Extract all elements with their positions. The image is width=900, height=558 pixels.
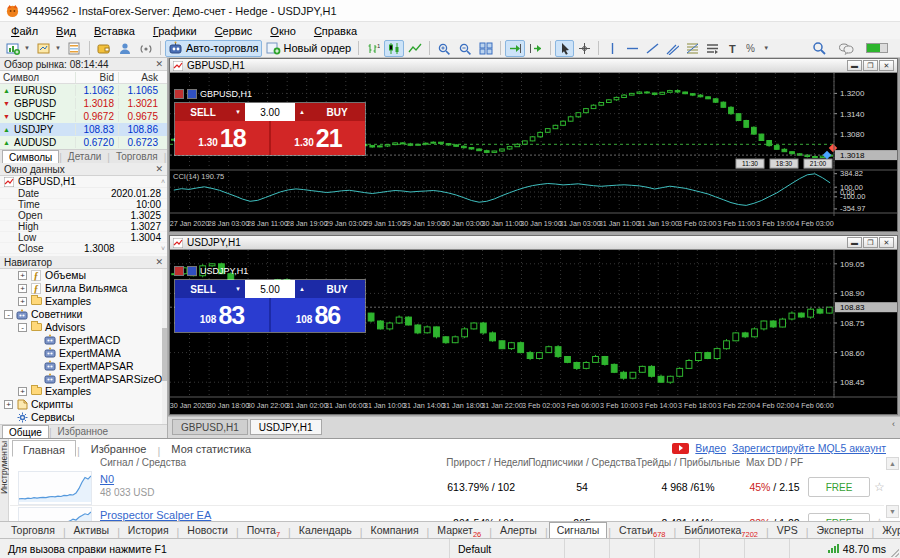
toolbox-tab-Активы[interactable]: Активы: [67, 523, 117, 538]
scroll-up-icon[interactable]: ˄: [161, 178, 167, 185]
market-row-USDJPY[interactable]: ▲USDJPY108.83108.86: [0, 123, 167, 136]
scroll-up-icon[interactable]: ▲: [886, 457, 899, 470]
volume-step-up-icon[interactable]: ▲: [295, 103, 309, 121]
autotrade-button[interactable]: Авто-торговля: [165, 40, 262, 57]
volume-dropdown-icon[interactable]: ▼: [231, 103, 245, 121]
toolbox-tab-Маркет[interactable]: Маркет26: [430, 523, 488, 538]
register-mql5-link[interactable]: Зарегистрируйте MQL5 аккаунт: [732, 442, 886, 454]
menu-Вставка[interactable]: Вставка: [85, 24, 144, 38]
free-button[interactable]: FREE: [808, 477, 870, 497]
toolbox-tab-Почта[interactable]: Почта7: [240, 523, 287, 538]
community-button[interactable]: [115, 40, 135, 57]
depth-of-market-icon[interactable]: [187, 89, 197, 99]
chart-tab-USDJPY,H1[interactable]: USDJPY,H1: [250, 419, 322, 435]
accounts-button[interactable]: [65, 40, 85, 57]
favorite-star-icon[interactable]: ☆: [874, 480, 885, 494]
volume-step-up-icon[interactable]: ▲: [295, 280, 309, 298]
bid-price[interactable]: 1.3018: [175, 121, 269, 155]
zoom-in-button[interactable]: [434, 40, 454, 57]
expand-icon[interactable]: +: [18, 284, 27, 293]
restore-icon[interactable]: ❐: [863, 60, 878, 71]
signals-tab-Избранное[interactable]: Избранное: [81, 440, 157, 457]
toolbox-tab-Новости[interactable]: Новости: [180, 523, 235, 538]
expand-icon[interactable]: +: [4, 400, 13, 409]
navigator-item-ExpertMAPSARSizeOptim[interactable]: ExpertMAPSARSizeOptim: [0, 372, 167, 385]
equidistant-channel-button[interactable]: [663, 40, 682, 57]
toolbox-strip[interactable]: Инструменты: [0, 439, 9, 521]
navigator-tab-Избранное[interactable]: Избранное: [52, 425, 115, 438]
signal-link[interactable]: N0: [100, 473, 114, 485]
bars-chart-button[interactable]: 1: [363, 40, 383, 57]
broadcast-button[interactable]: [136, 40, 156, 57]
trendline-button[interactable]: [643, 40, 662, 57]
market-watch-tab-Торговля[interactable]: Торговля: [110, 150, 164, 163]
ask-price[interactable]: 1.3021: [271, 121, 365, 155]
progress-bar[interactable]: [863, 40, 891, 57]
menu-Вид[interactable]: Вид: [47, 24, 85, 38]
video-icon[interactable]: [672, 443, 689, 454]
menu-Сервис[interactable]: Сервис: [206, 24, 262, 38]
toolbox-tab-Статьи[interactable]: Статьи678: [612, 523, 673, 538]
collapse-icon[interactable]: -: [4, 310, 13, 319]
close-icon[interactable]: ✕: [155, 258, 163, 267]
navigator-item-Examples[interactable]: +Examples: [0, 385, 167, 398]
market-watch-tab-Детали[interactable]: Детали: [62, 150, 107, 163]
toolbox-tab-Эксперты[interactable]: Эксперты: [810, 523, 871, 538]
text-button[interactable]: T: [723, 40, 742, 57]
depth-of-market-icon[interactable]: [187, 266, 197, 276]
tile-windows-button[interactable]: [476, 40, 496, 57]
minimize-icon[interactable]: ▬: [847, 60, 862, 71]
bid-price[interactable]: 10883: [175, 298, 269, 332]
close-icon[interactable]: ✕: [155, 60, 163, 69]
collapse-icon[interactable]: -: [18, 323, 27, 332]
chat-icon[interactable]: [835, 40, 857, 57]
navigator-item-Examples[interactable]: +Examples: [0, 295, 167, 308]
market-row-GBPUSD[interactable]: ▼GBPUSD1.30181.3021: [0, 97, 167, 110]
signals-tab-Главная[interactable]: Главная: [12, 440, 76, 457]
navigator-item-Билла Вильямса[interactable]: +ƒБилла Вильямса: [0, 282, 167, 295]
volume-input[interactable]: [245, 103, 295, 121]
restore-icon[interactable]: ❐: [863, 237, 878, 248]
menu-Графики[interactable]: Графики: [144, 24, 206, 38]
toolbox-tab-Торговля[interactable]: Торговля: [4, 523, 62, 538]
navigator-tab-Общие[interactable]: Общие: [2, 425, 49, 438]
menu-Окно[interactable]: Окно: [261, 24, 305, 38]
autoscroll-button[interactable]: [505, 40, 525, 57]
video-link[interactable]: Видео: [695, 442, 726, 454]
minimize-icon[interactable]: ▬: [847, 237, 862, 248]
expand-icon[interactable]: +: [18, 387, 27, 396]
new-order-button[interactable]: Новый ордер: [263, 40, 355, 57]
navigator-item-ExpertMACD[interactable]: ExpertMACD: [0, 333, 167, 346]
menu-Файл[interactable]: Файл: [2, 24, 47, 38]
market-row-EURUSD[interactable]: ▲EURUSD1.10621.1065: [0, 84, 167, 97]
crosshair-button[interactable]: [575, 40, 594, 57]
scroll-down-icon[interactable]: ˅: [161, 245, 167, 252]
profiles-button[interactable]: ▼: [34, 40, 64, 57]
navigator-item-Объемы[interactable]: +ƒОбъемы: [0, 269, 167, 282]
toolbox-tab-Алерты[interactable]: Алерты: [493, 523, 544, 538]
toolbox-tab-Компания[interactable]: Компания: [364, 523, 426, 538]
expand-icon[interactable]: +: [18, 271, 27, 280]
fibonacci-button[interactable]: [683, 40, 702, 57]
zoom-out-button[interactable]: [455, 40, 475, 57]
navigator-item-ExpertMAMA[interactable]: ExpertMAMA: [0, 346, 167, 359]
free-button[interactable]: FREE: [808, 513, 870, 521]
gbpusd-chart-titlebar[interactable]: GBPUSD,H1▬❐✕: [170, 59, 897, 73]
navigator-item-ExpertMAPSAR[interactable]: ExpertMAPSAR: [0, 359, 167, 372]
market-watch-tab-Символы[interactable]: Символы: [2, 150, 59, 163]
vline-button[interactable]: [603, 40, 622, 57]
close-icon[interactable]: ✕: [155, 165, 163, 174]
expand-icon[interactable]: +: [18, 297, 27, 306]
toolbox-tab-Сигналы[interactable]: Сигналы: [549, 522, 608, 538]
toolbox-tab-Календарь[interactable]: Календарь: [292, 523, 359, 538]
chart-tab-GBPUSD,H1[interactable]: GBPUSD,H1: [172, 419, 248, 435]
scroll-down-icon[interactable]: ▼: [886, 505, 899, 518]
ask-price[interactable]: 10886: [271, 298, 365, 332]
hline-button[interactable]: [623, 40, 642, 57]
market-row-AUDUSD[interactable]: ▲AUDUSD0.67200.6723: [0, 136, 167, 149]
toolbox-tab-Журнал[interactable]: Журнал: [875, 523, 900, 538]
objects-list-button[interactable]: [703, 40, 722, 57]
toolbox-tab-Библиотека[interactable]: Библиотека7202: [677, 523, 765, 538]
search-icon[interactable]: [809, 40, 829, 57]
deposit-button[interactable]: [94, 40, 114, 57]
